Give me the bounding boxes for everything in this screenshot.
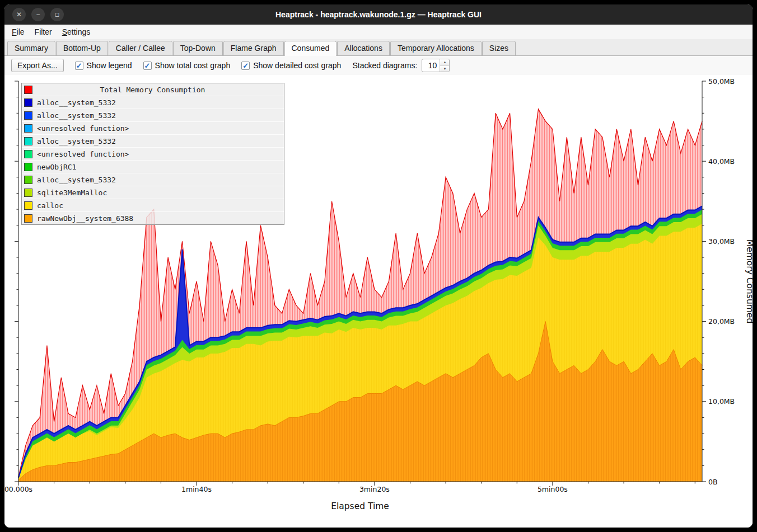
legend-label: alloc__system_5332 (37, 98, 116, 107)
legend-swatch-icon (24, 189, 32, 197)
svg-text:00.000s: 00.000s (4, 485, 32, 493)
spin-up-icon[interactable]: ▲ (440, 59, 449, 66)
check-icon: ✓ (144, 62, 151, 69)
svg-text:Elapsed Time: Elapsed Time (331, 501, 389, 511)
legend-swatch-icon (24, 150, 32, 158)
check-icon: ✓ (76, 62, 82, 69)
checkbox-icon: ✓ (241, 62, 250, 70)
stacked-diagrams-label: Stacked diagrams: (352, 61, 417, 70)
legend-label: calloc (37, 201, 63, 210)
tab-flame-graph[interactable]: Flame Graph (223, 41, 284, 56)
legend-swatch-icon (24, 98, 32, 107)
toolbar: Export As... ✓ Show legend ✓ Show total … (4, 56, 753, 75)
legend-entry: <unresolved function> (22, 147, 284, 160)
legend-swatch-icon (24, 176, 32, 184)
legend-label: <unresolved function> (37, 150, 129, 158)
spinbox-buttons: ▲ ▼ (440, 59, 449, 72)
tab-summary[interactable]: Summary (7, 41, 55, 56)
svg-text:50,0MB: 50,0MB (708, 77, 735, 86)
tabbar: Summary Bottom-Up Caller / Callee Top-Do… (4, 39, 753, 56)
legend-label: rawNewObj__system_6388 (37, 214, 133, 223)
svg-text:10,0MB: 10,0MB (708, 397, 735, 406)
legend-entry: alloc__system_5332 (22, 134, 284, 147)
legend-swatch-icon (24, 86, 32, 94)
menubar: File Filter Settings (4, 25, 753, 39)
stacked-diagrams-spinbox[interactable]: 10 ▲ ▼ (422, 59, 450, 72)
legend-entry: alloc__system_5332 (22, 173, 284, 186)
app-window: ✕ − ◻ Heaptrack - heaptrack.wakunode.1.g… (4, 4, 753, 528)
show-legend-label: Show legend (87, 61, 132, 70)
tab-temporary-allocations[interactable]: Temporary Allocations (390, 41, 482, 56)
show-total-cost-label: Show total cost graph (155, 61, 231, 70)
legend-entry: <unresolved function> (22, 121, 284, 134)
titlebar[interactable]: ✕ − ◻ Heaptrack - heaptrack.wakunode.1.g… (4, 4, 753, 25)
legend-entry: calloc (22, 199, 284, 211)
legend-swatch-icon (24, 111, 32, 120)
show-detailed-cost-checkbox[interactable]: ✓ Show detailed cost graph (241, 61, 341, 70)
svg-text:Memory Consumed: Memory Consumed (745, 239, 753, 323)
legend-title: Total Memory Consumption (37, 86, 268, 94)
show-total-cost-checkbox[interactable]: ✓ Show total cost graph (143, 61, 231, 70)
legend-swatch-icon (24, 124, 32, 133)
svg-text:0B: 0B (708, 478, 718, 486)
legend-entry: newObjRC1 (22, 160, 284, 173)
legend-entry: sqlite3MemMalloc (22, 186, 284, 199)
legend-label: alloc__system_5332 (37, 111, 116, 120)
legend-swatch-icon (24, 137, 32, 145)
check-icon: ✓ (242, 62, 249, 69)
svg-text:40,0MB: 40,0MB (708, 157, 735, 166)
legend-swatch-icon (24, 201, 32, 210)
show-detailed-cost-label: Show detailed cost graph (253, 61, 341, 70)
maximize-icon[interactable]: ◻ (50, 8, 64, 21)
legend-title-row: Total Memory Consumption (22, 83, 284, 96)
legend-entry: rawNewObj__system_6388 (22, 211, 284, 224)
legend-label: newObjRC1 (37, 163, 76, 171)
chart-area[interactable]: 0B10,0MB20,0MB30,0MB40,0MB50,0MB00.000s1… (4, 75, 753, 528)
tab-allocations[interactable]: Allocations (337, 41, 390, 56)
window-controls: ✕ − ◻ (12, 8, 64, 21)
svg-text:3min20s: 3min20s (359, 485, 390, 493)
svg-text:5min00s: 5min00s (538, 485, 568, 493)
tab-sizes[interactable]: Sizes (482, 41, 516, 56)
chart-legend: Total Memory Consumptionalloc__system_53… (21, 83, 284, 225)
svg-text:20,0MB: 20,0MB (708, 317, 735, 326)
legend-label: alloc__system_5332 (37, 176, 116, 184)
legend-swatch-icon (24, 163, 32, 171)
stacked-diagrams-group: Stacked diagrams: 10 ▲ ▼ (352, 59, 450, 72)
menu-settings[interactable]: Settings (57, 26, 96, 38)
show-legend-checkbox[interactable]: ✓ Show legend (75, 61, 132, 70)
tab-bottom-up[interactable]: Bottom-Up (56, 41, 108, 56)
legend-label: <unresolved function> (37, 124, 129, 133)
legend-entry: alloc__system_5332 (22, 96, 284, 109)
checkbox-icon: ✓ (75, 62, 83, 70)
legend-label: alloc__system_5332 (37, 137, 116, 145)
checkbox-icon: ✓ (143, 62, 152, 70)
window-title: Heaptrack - heaptrack.wakunode.1.gz — He… (4, 10, 753, 19)
spin-down-icon[interactable]: ▼ (440, 66, 449, 72)
export-as-button[interactable]: Export As... (11, 59, 64, 72)
menu-filter[interactable]: Filter (30, 26, 57, 38)
close-icon[interactable]: ✕ (12, 8, 26, 21)
tab-caller-callee[interactable]: Caller / Callee (109, 41, 172, 56)
menu-file[interactable]: File (7, 26, 30, 38)
svg-text:30,0MB: 30,0MB (708, 237, 735, 246)
spinbox-value[interactable]: 10 (422, 59, 440, 72)
legend-label: sqlite3MemMalloc (37, 189, 107, 197)
legend-entry: alloc__system_5332 (22, 109, 284, 121)
tab-consumed[interactable]: Consumed (284, 41, 337, 56)
tab-top-down[interactable]: Top-Down (173, 41, 223, 56)
minimize-icon[interactable]: − (31, 8, 45, 21)
legend-swatch-icon (24, 214, 32, 223)
svg-text:1min40s: 1min40s (181, 485, 212, 493)
